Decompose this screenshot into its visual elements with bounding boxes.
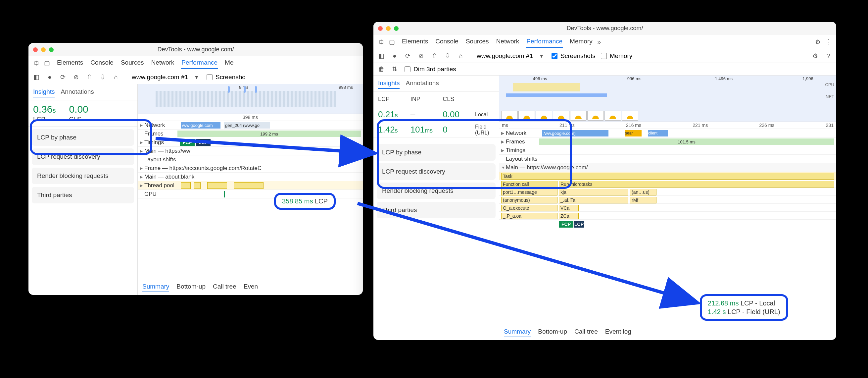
home-icon[interactable]: ⌂ <box>456 52 465 60</box>
screenshots-checkbox[interactable]: Screenshots <box>550 52 595 60</box>
tooltip-lcp-field: 212.68 ms LCP - Local 1.42 s LCP - Field… <box>700 294 788 321</box>
reload-icon[interactable]: ⟳ <box>403 52 412 60</box>
tab-elements[interactable]: Elements <box>56 57 84 69</box>
tab-network[interactable]: Network <box>496 36 520 48</box>
core-web-vitals: 0.36sLCP 0.00CLS <box>28 100 137 126</box>
download-icon[interactable]: ⇩ <box>443 52 452 60</box>
kebab-icon[interactable]: ⋮ <box>824 38 833 46</box>
tab-elements[interactable]: Elements <box>401 36 429 48</box>
tab-eventlog[interactable]: Even <box>244 283 258 292</box>
minimize-icon[interactable] <box>41 47 46 52</box>
traffic-lights[interactable] <box>33 47 54 52</box>
tab-calltree[interactable]: Call tree <box>575 328 598 337</box>
clear-icon[interactable]: ⊘ <box>71 73 81 81</box>
tab-console[interactable]: Console <box>90 57 114 69</box>
gear-icon[interactable]: ⚙ <box>810 52 820 60</box>
tab-performance[interactable]: Performance <box>181 57 218 69</box>
main-toolbar: ⯐ ▢ Elements Console Sources Network Per… <box>28 56 363 70</box>
tab-memory[interactable]: Memory <box>569 36 593 48</box>
titlebar[interactable]: DevTools - www.google.com/ <box>28 43 363 56</box>
titlebar[interactable]: DevTools - www.google.com/ <box>373 22 836 35</box>
panel-tabs: Elements Console Sources Network Perform… <box>56 57 235 69</box>
device-icon[interactable]: ▢ <box>387 38 397 46</box>
bottom-tabs: Summary Bottom-up Call tree Even <box>138 280 363 295</box>
tab-insights[interactable]: Insights <box>33 87 55 97</box>
dim-3rd-checkbox[interactable]: Dim 3rd parties <box>403 65 456 73</box>
reload-icon[interactable]: ⟳ <box>58 73 67 81</box>
minimize-icon[interactable] <box>386 26 391 31</box>
close-icon[interactable] <box>33 47 38 52</box>
window-title: DevTools - www.google.com/ <box>373 25 836 32</box>
memory-checkbox[interactable]: Memory <box>599 52 632 60</box>
insight-lcp-discovery[interactable]: LCP request discovery <box>377 163 496 180</box>
trash-icon[interactable]: 🗑 <box>377 66 386 73</box>
tab-console[interactable]: Console <box>435 36 459 48</box>
record-icon[interactable]: ● <box>390 52 399 60</box>
profile-select[interactable]: www.google.com #1 <box>132 74 188 81</box>
maximize-icon[interactable] <box>394 26 399 31</box>
overview-minimap[interactable]: 496 ms 996 ms 1,496 ms 1,996 CPU NET <box>499 76 836 122</box>
tab-bottomup[interactable]: Bottom-up <box>177 283 206 292</box>
devtools-window-left: DevTools - www.google.com/ ⯐ ▢ Elements … <box>28 43 363 295</box>
tab-summary[interactable]: Summary <box>504 328 531 337</box>
insight-render-blocking[interactable]: Render blocking requests <box>377 182 496 199</box>
inspect-icon[interactable]: ⯐ <box>377 38 386 46</box>
maximize-icon[interactable] <box>49 47 54 52</box>
tab-sources[interactable]: Sources <box>465 36 490 48</box>
more-tabs-icon[interactable]: » <box>594 38 604 46</box>
window-title: DevTools - www.google.com/ <box>28 46 363 53</box>
insight-lcp-phase[interactable]: LCP by phase <box>32 129 134 146</box>
home-icon[interactable]: ⌂ <box>111 74 121 81</box>
insight-render-blocking[interactable]: Render blocking requests <box>32 168 134 184</box>
tab-eventlog[interactable]: Event log <box>605 328 631 337</box>
sidebar-toggle-icon[interactable]: ◧ <box>377 52 386 60</box>
insight-third-parties[interactable]: Third parties <box>32 187 134 203</box>
collapse-icon[interactable]: ⇅ <box>390 65 399 73</box>
close-icon[interactable] <box>378 26 383 31</box>
profile-select[interactable]: www.google.com #1 <box>477 52 533 60</box>
tab-insights[interactable]: Insights <box>378 78 400 89</box>
chevron-down-icon[interactable]: ▾ <box>537 52 546 60</box>
tooltip-lcp-timing: 358.85 ms LCP <box>274 193 336 210</box>
tab-memory[interactable]: Me <box>224 57 234 69</box>
inspect-icon[interactable]: ⯐ <box>32 60 41 67</box>
chevron-down-icon[interactable]: ▾ <box>192 73 201 81</box>
upload-icon[interactable]: ⇧ <box>85 73 94 81</box>
tab-sources[interactable]: Sources <box>120 57 145 69</box>
tab-annotations[interactable]: Annotations <box>61 87 94 97</box>
overview-minimap[interactable]: 8 ms 998 ms <box>138 84 363 114</box>
device-icon[interactable]: ▢ <box>42 59 52 67</box>
clear-icon[interactable]: ⊘ <box>416 52 426 60</box>
tab-performance[interactable]: Performance <box>526 36 563 48</box>
insight-lcp-phase[interactable]: LCP by phase <box>377 144 496 161</box>
download-icon[interactable]: ⇩ <box>98 73 107 81</box>
record-icon[interactable]: ● <box>45 74 54 81</box>
upload-icon[interactable]: ⇧ <box>430 52 439 60</box>
sidebar-toggle-icon[interactable]: ◧ <box>32 73 41 81</box>
tab-bottomup[interactable]: Bottom-up <box>538 328 567 337</box>
cwv-table: LCP INP CLS 0.21s – 0.00 Local 1.42s 101… <box>373 92 499 138</box>
tab-summary[interactable]: Summary <box>142 283 169 292</box>
devtools-window-right: DevTools - www.google.com/ ⯐ ▢ Elements … <box>373 22 836 340</box>
perf-toolbar: ◧ ● ⟳ ⊘ ⇧ ⇩ ⌂ www.google.com #1 ▾ Screen… <box>28 70 363 84</box>
settings-icon[interactable]: ⚙ <box>813 38 822 46</box>
help-icon[interactable]: ? <box>824 52 833 60</box>
insight-third-parties[interactable]: Third parties <box>377 202 496 218</box>
screenshots-checkbox[interactable]: Screensho <box>205 73 246 81</box>
tab-calltree[interactable]: Call tree <box>213 283 236 292</box>
tab-annotations[interactable]: Annotations <box>406 78 439 89</box>
tab-network[interactable]: Network <box>151 57 175 69</box>
insight-lcp-discovery[interactable]: LCP request discovery <box>32 148 134 165</box>
